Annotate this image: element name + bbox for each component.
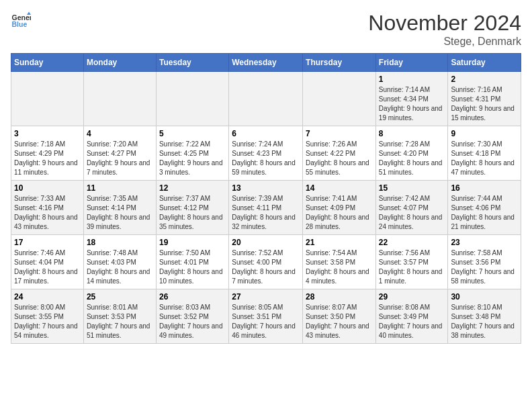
day-number: 6 — [232, 129, 300, 138]
day-info: Sunrise: 8:08 AM Sunset: 3:49 PM Dayligh… — [379, 303, 445, 340]
calendar-day-cell: 13Sunrise: 7:39 AM Sunset: 4:11 PM Dayli… — [229, 181, 303, 235]
weekday-header-cell: Thursday — [303, 54, 376, 72]
weekday-header-cell: Wednesday — [229, 54, 303, 72]
day-info: Sunrise: 7:20 AM Sunset: 4:27 PM Dayligh… — [87, 140, 153, 177]
day-number: 18 — [87, 238, 153, 247]
calendar-day-cell: 18Sunrise: 7:48 AM Sunset: 4:03 PM Dayli… — [83, 235, 156, 289]
day-number: 17 — [14, 238, 81, 247]
calendar-table: SundayMondayTuesdayWednesdayThursdayFrid… — [11, 53, 521, 344]
calendar-day-cell: 4Sunrise: 7:20 AM Sunset: 4:27 PM Daylig… — [83, 126, 156, 181]
day-number: 25 — [87, 292, 153, 302]
calendar-day-cell — [229, 72, 303, 126]
day-number: 15 — [379, 183, 445, 193]
calendar-day-cell: 19Sunrise: 7:50 AM Sunset: 4:01 PM Dayli… — [156, 235, 228, 289]
day-number: 9 — [451, 129, 518, 138]
weekday-header-row: SundayMondayTuesdayWednesdayThursdayFrid… — [11, 54, 521, 72]
page-header: General Blue November 2024 Stege, Denmar… — [11, 11, 521, 48]
day-number: 10 — [14, 183, 81, 193]
calendar-day-cell: 9Sunrise: 7:30 AM Sunset: 4:18 PM Daylig… — [448, 126, 521, 181]
calendar-day-cell: 24Sunrise: 8:00 AM Sunset: 3:55 PM Dayli… — [11, 289, 84, 344]
calendar-day-cell — [11, 72, 84, 126]
calendar-week-row: 1Sunrise: 7:14 AM Sunset: 4:34 PM Daylig… — [11, 72, 521, 126]
calendar-day-cell: 11Sunrise: 7:35 AM Sunset: 4:14 PM Dayli… — [83, 181, 156, 235]
title-block: November 2024 Stege, Denmark — [368, 11, 521, 48]
calendar-day-cell: 23Sunrise: 7:58 AM Sunset: 3:56 PM Dayli… — [448, 235, 521, 289]
calendar-week-row: 3Sunrise: 7:18 AM Sunset: 4:29 PM Daylig… — [11, 126, 521, 181]
day-info: Sunrise: 7:28 AM Sunset: 4:20 PM Dayligh… — [379, 140, 445, 177]
day-number: 5 — [159, 129, 226, 138]
day-number: 13 — [232, 183, 300, 193]
calendar-week-row: 24Sunrise: 8:00 AM Sunset: 3:55 PM Dayli… — [11, 289, 521, 344]
calendar-week-row: 17Sunrise: 7:46 AM Sunset: 4:04 PM Dayli… — [11, 235, 521, 289]
day-number: 29 — [379, 292, 445, 302]
day-number: 30 — [451, 292, 518, 302]
weekday-header-cell: Tuesday — [156, 54, 228, 72]
day-info: Sunrise: 7:14 AM Sunset: 4:34 PM Dayligh… — [379, 85, 445, 123]
month-title: November 2024 — [368, 11, 521, 36]
calendar-day-cell: 14Sunrise: 7:41 AM Sunset: 4:09 PM Dayli… — [303, 181, 376, 235]
calendar-day-cell: 26Sunrise: 8:03 AM Sunset: 3:52 PM Dayli… — [156, 289, 228, 344]
day-number: 26 — [159, 292, 226, 302]
day-info: Sunrise: 7:46 AM Sunset: 4:04 PM Dayligh… — [14, 248, 81, 286]
weekday-header-cell: Saturday — [448, 54, 521, 72]
day-info: Sunrise: 7:33 AM Sunset: 4:16 PM Dayligh… — [14, 194, 81, 232]
day-number: 8 — [379, 129, 445, 138]
day-info: Sunrise: 7:41 AM Sunset: 4:09 PM Dayligh… — [306, 194, 373, 232]
calendar-day-cell: 8Sunrise: 7:28 AM Sunset: 4:20 PM Daylig… — [375, 126, 448, 181]
calendar-day-cell: 29Sunrise: 8:08 AM Sunset: 3:49 PM Dayli… — [375, 289, 448, 344]
calendar-day-cell — [156, 72, 228, 126]
day-info: Sunrise: 7:44 AM Sunset: 4:06 PM Dayligh… — [451, 194, 518, 232]
day-number: 14 — [306, 183, 373, 193]
calendar-day-cell: 21Sunrise: 7:54 AM Sunset: 3:58 PM Dayli… — [303, 235, 376, 289]
day-info: Sunrise: 7:37 AM Sunset: 4:12 PM Dayligh… — [159, 194, 226, 232]
day-info: Sunrise: 7:18 AM Sunset: 4:29 PM Dayligh… — [14, 140, 81, 177]
weekday-header-cell: Monday — [83, 54, 156, 72]
calendar-body: 1Sunrise: 7:14 AM Sunset: 4:34 PM Daylig… — [11, 72, 521, 344]
day-info: Sunrise: 7:22 AM Sunset: 4:25 PM Dayligh… — [159, 140, 226, 177]
weekday-header-cell: Friday — [375, 54, 448, 72]
day-info: Sunrise: 7:16 AM Sunset: 4:31 PM Dayligh… — [451, 85, 518, 123]
day-info: Sunrise: 8:07 AM Sunset: 3:50 PM Dayligh… — [306, 303, 373, 340]
day-number: 21 — [306, 238, 373, 247]
svg-text:Blue: Blue — [12, 20, 28, 28]
day-number: 12 — [159, 183, 226, 193]
day-number: 16 — [451, 183, 518, 193]
day-info: Sunrise: 7:24 AM Sunset: 4:23 PM Dayligh… — [232, 140, 300, 177]
calendar-day-cell: 25Sunrise: 8:01 AM Sunset: 3:53 PM Dayli… — [83, 289, 156, 344]
calendar-day-cell: 17Sunrise: 7:46 AM Sunset: 4:04 PM Dayli… — [11, 235, 84, 289]
calendar-day-cell: 28Sunrise: 8:07 AM Sunset: 3:50 PM Dayli… — [303, 289, 376, 344]
day-number: 11 — [87, 183, 153, 193]
day-info: Sunrise: 8:00 AM Sunset: 3:55 PM Dayligh… — [14, 303, 81, 340]
calendar-day-cell: 15Sunrise: 7:42 AM Sunset: 4:07 PM Dayli… — [375, 181, 448, 235]
calendar-day-cell: 10Sunrise: 7:33 AM Sunset: 4:16 PM Dayli… — [11, 181, 84, 235]
day-info: Sunrise: 8:03 AM Sunset: 3:52 PM Dayligh… — [159, 303, 226, 340]
day-number: 7 — [306, 129, 373, 138]
day-info: Sunrise: 7:50 AM Sunset: 4:01 PM Dayligh… — [159, 248, 226, 286]
day-number: 22 — [379, 238, 445, 247]
calendar-day-cell: 3Sunrise: 7:18 AM Sunset: 4:29 PM Daylig… — [11, 126, 84, 181]
day-info: Sunrise: 7:42 AM Sunset: 4:07 PM Dayligh… — [379, 194, 445, 232]
day-number: 24 — [14, 292, 81, 302]
day-number: 20 — [232, 238, 300, 247]
calendar-day-cell: 6Sunrise: 7:24 AM Sunset: 4:23 PM Daylig… — [229, 126, 303, 181]
day-info: Sunrise: 7:26 AM Sunset: 4:22 PM Dayligh… — [306, 140, 373, 177]
calendar-day-cell: 20Sunrise: 7:52 AM Sunset: 4:00 PM Dayli… — [229, 235, 303, 289]
day-info: Sunrise: 7:39 AM Sunset: 4:11 PM Dayligh… — [232, 194, 300, 232]
day-number: 4 — [87, 129, 153, 138]
location-subtitle: Stege, Denmark — [368, 36, 521, 48]
calendar-day-cell: 16Sunrise: 7:44 AM Sunset: 4:06 PM Dayli… — [448, 181, 521, 235]
day-number: 1 — [379, 75, 445, 84]
day-info: Sunrise: 7:58 AM Sunset: 3:56 PM Dayligh… — [451, 248, 518, 286]
calendar-day-cell — [303, 72, 376, 126]
day-info: Sunrise: 8:10 AM Sunset: 3:48 PM Dayligh… — [451, 303, 518, 340]
calendar-day-cell: 5Sunrise: 7:22 AM Sunset: 4:25 PM Daylig… — [156, 126, 228, 181]
day-info: Sunrise: 8:05 AM Sunset: 3:51 PM Dayligh… — [232, 303, 300, 340]
day-info: Sunrise: 7:48 AM Sunset: 4:03 PM Dayligh… — [87, 248, 153, 286]
day-info: Sunrise: 7:56 AM Sunset: 3:57 PM Dayligh… — [379, 248, 445, 286]
day-number: 2 — [451, 75, 518, 84]
weekday-header-cell: Sunday — [11, 54, 84, 72]
day-info: Sunrise: 8:01 AM Sunset: 3:53 PM Dayligh… — [87, 303, 153, 340]
day-info: Sunrise: 7:35 AM Sunset: 4:14 PM Dayligh… — [87, 194, 153, 232]
day-number: 23 — [451, 238, 518, 247]
calendar-day-cell: 30Sunrise: 8:10 AM Sunset: 3:48 PM Dayli… — [448, 289, 521, 344]
